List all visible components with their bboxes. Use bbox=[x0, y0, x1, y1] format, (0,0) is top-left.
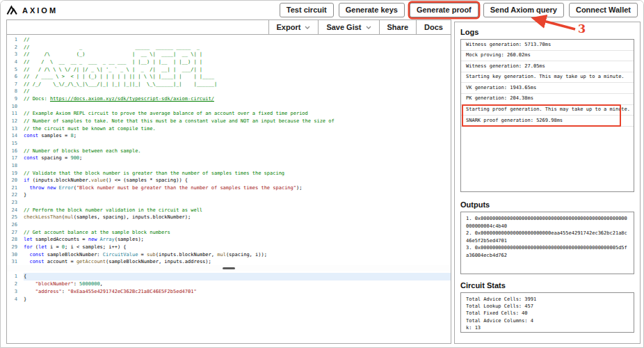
line-number: 12 bbox=[7, 118, 24, 125]
output-item: 2. 0x000000000000000000000000eaa455e4291… bbox=[466, 230, 629, 244]
code-line: 22} bbox=[7, 191, 451, 199]
code-token: // Number of blocks between each sample. bbox=[24, 148, 141, 154]
code-token: const bbox=[24, 155, 38, 161]
code-line: 4// / \ __ __ _ ___ _ __ ___ | |__) | |_… bbox=[7, 58, 451, 66]
pane-resize-handle[interactable] bbox=[7, 265, 451, 271]
docs-link[interactable]: https://docs.axiom.xyz/sdk/typescript-sd… bbox=[50, 96, 214, 102]
code-text: // Validate that the block number is gre… bbox=[24, 170, 451, 177]
code-token: let bbox=[24, 237, 33, 242]
code-editor[interactable]: 1//2// _ _____ ______ _____ _3// /\ (_) … bbox=[7, 35, 451, 265]
code-text: throw new Error("Block number must be gr… bbox=[24, 184, 451, 192]
code-line: 27// Get account balance at the sample b… bbox=[7, 229, 451, 237]
line-number: 1 bbox=[7, 273, 24, 280]
code-line: 19// Validate that the block number is g… bbox=[7, 170, 451, 177]
code-token: (samples); bbox=[115, 237, 144, 242]
code-line: 6// / ____ \ > < | | (_) | | | | | || | … bbox=[7, 73, 451, 81]
code-text: // Number of samples to take. Note that … bbox=[24, 118, 451, 125]
log-entry: Starting key generation. This may take u… bbox=[461, 72, 634, 84]
code-token: ; bbox=[79, 155, 82, 161]
code-line: 10 bbox=[7, 103, 451, 111]
code-text: { bbox=[24, 273, 451, 280]
code-token: sampleBlockNumber: bbox=[45, 252, 103, 258]
code-token: (inputs.blockNumber, bbox=[156, 252, 218, 258]
code-text: // Get account balance at the sample blo… bbox=[24, 229, 451, 237]
code-line: 7// /_/ \_\/_/\_\_|\___/|_| |_| |_||_| \… bbox=[7, 81, 451, 88]
inputs-json-editor[interactable]: 1{2 "blockNumber": 5000000,3 "address": … bbox=[7, 271, 451, 343]
line-number: 10 bbox=[7, 103, 24, 111]
output-item: 3. 0x00000000000000000000000000000000000… bbox=[466, 244, 629, 259]
code-token: () <= (samples * spacing)) { bbox=[106, 177, 188, 183]
docs-button[interactable]: Docs bbox=[416, 20, 451, 34]
log-entry: Mock proving: 260.02ms bbox=[461, 51, 634, 62]
code-token: throw bbox=[29, 185, 44, 191]
code-text: for (let i = 0; i < samples; i++) { bbox=[24, 244, 451, 251]
code-token: = bbox=[138, 252, 147, 258]
code-token: Array bbox=[100, 237, 115, 242]
code-text: } bbox=[24, 191, 451, 199]
resize-handle-grip bbox=[223, 267, 235, 269]
code-token: } bbox=[24, 296, 26, 302]
code-token: const bbox=[29, 259, 44, 264]
code-text: const sampleBlockNumber: CircuitValue = … bbox=[24, 251, 451, 259]
line-number: 16 bbox=[7, 148, 24, 155]
code-text: // /_/ \_\/_/\_\_|\___/|_| |_| |_||_| \_… bbox=[24, 81, 451, 88]
code-token: ; bbox=[74, 133, 77, 139]
line-number: 28 bbox=[7, 236, 24, 244]
code-line: 30 const sampleBlockNumber: CircuitValue… bbox=[7, 251, 451, 259]
code-token: // Perform the block number validation i… bbox=[24, 207, 202, 213]
input-line: 4} bbox=[7, 296, 451, 303]
log-entry: Witness generation: 5713.70ms bbox=[461, 40, 634, 51]
code-text: // / ____ \ > < | | (_) | | | | | || | \… bbox=[24, 73, 451, 81]
code-token: // Number of samples to take. Note that … bbox=[24, 118, 335, 124]
code-token: // Get account balance at the sample blo… bbox=[24, 230, 170, 235]
code-line: 18 bbox=[7, 162, 451, 170]
code-token: : bbox=[74, 281, 79, 287]
code-token bbox=[24, 281, 35, 287]
share-button[interactable]: Share bbox=[379, 20, 417, 34]
code-token: // / /\ \ \ \/ /| |/ _ \| '_ ` _ \ | _ /… bbox=[24, 67, 202, 72]
line-number: 1 bbox=[7, 36, 24, 44]
logs-title: Logs bbox=[460, 28, 634, 36]
output-item: 1. 0x00000000000000000000000000000000000… bbox=[466, 215, 629, 230]
generate-proof-button[interactable]: Generate proof bbox=[410, 3, 478, 17]
circuit-stats-title: Circuit Stats bbox=[460, 281, 634, 290]
connect-wallet-button[interactable]: Connect Wallet bbox=[569, 3, 638, 17]
code-token: // Example Axiom REPL circuit to prove t… bbox=[24, 111, 308, 116]
line-number: 14 bbox=[7, 132, 24, 140]
code-token: // _ _____ ______ _____ _ bbox=[24, 45, 200, 50]
line-number: 22 bbox=[7, 191, 24, 199]
code-token: getAccount bbox=[77, 259, 106, 264]
line-number: 19 bbox=[7, 170, 24, 177]
code-line: 24// Perform the block number validation… bbox=[7, 207, 451, 214]
line-number: 3 bbox=[7, 51, 24, 58]
code-token: i = bbox=[47, 244, 62, 250]
code-token: (inputs.blockNumber. bbox=[29, 177, 91, 183]
line-number: 24 bbox=[7, 207, 24, 214]
code-text: "address": "0xEaa455e4291742eC362Bc21a8C… bbox=[24, 288, 451, 296]
stat-line: Total Advice Cells: 3991 bbox=[466, 296, 629, 303]
code-token: sub bbox=[147, 252, 156, 258]
stat-line: Total Advice Columns: 4 bbox=[466, 317, 629, 324]
code-text: // bbox=[24, 88, 451, 95]
save-gist-button[interactable]: Save Gist bbox=[318, 20, 378, 34]
export-button[interactable]: Export bbox=[268, 20, 319, 34]
code-token: // Validate that the block number is gre… bbox=[24, 171, 284, 176]
code-token: ( bbox=[33, 244, 38, 250]
toolbar-item-label: Share bbox=[387, 23, 409, 31]
log-entry: Witness generation: 27.05ms bbox=[461, 61, 634, 72]
generate-keys-button[interactable]: Generate keys bbox=[339, 3, 405, 17]
input-line: 1{ bbox=[7, 273, 451, 280]
send-axiom-query-button[interactable]: Send Axiom query bbox=[483, 3, 564, 17]
test-circuit-button[interactable]: Test circuit bbox=[280, 3, 334, 17]
line-number: 29 bbox=[7, 244, 24, 251]
log-entry: SNARK proof generation: 5269.98ms bbox=[461, 116, 634, 127]
log-entry: Starting proof generation. This may take… bbox=[461, 105, 634, 116]
results-panel: Logs Witness generation: 5713.70msMock p… bbox=[454, 22, 641, 344]
line-number: 3 bbox=[7, 288, 24, 296]
toolbar-item-label: Save Gist bbox=[326, 23, 361, 31]
code-text: // Number of blocks between each sample. bbox=[24, 148, 451, 155]
axiom-logo[interactable]: AXIOM bbox=[6, 5, 58, 15]
line-number: 15 bbox=[7, 140, 24, 148]
editor-toolbar: ExportSave GistShareDocs bbox=[7, 20, 451, 35]
axiom-logo-icon bbox=[6, 5, 18, 15]
